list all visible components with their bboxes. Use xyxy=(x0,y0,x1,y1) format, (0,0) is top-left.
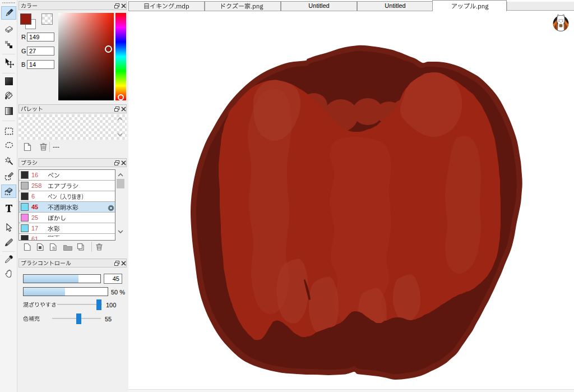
svg-text:S: S xyxy=(52,246,55,251)
